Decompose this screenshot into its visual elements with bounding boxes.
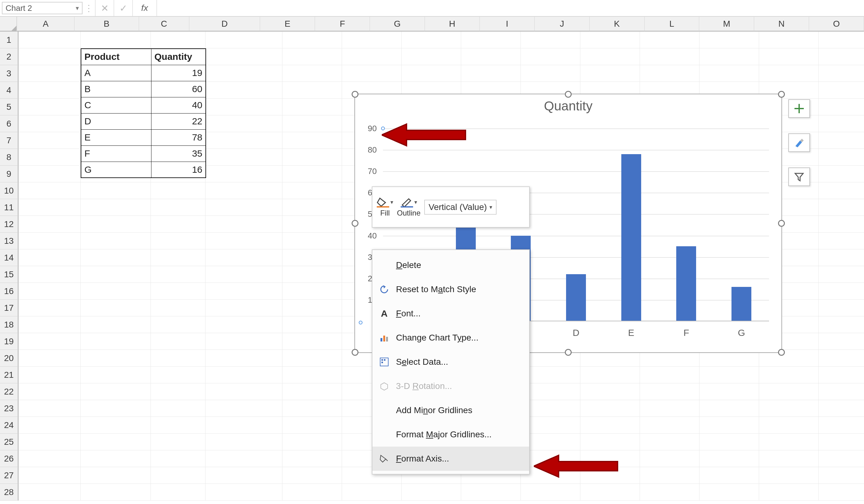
cell[interactable] — [151, 333, 205, 350]
cell[interactable] — [759, 383, 819, 400]
cell[interactable] — [283, 115, 342, 132]
cell[interactable] — [640, 367, 699, 383]
chart-title[interactable]: Quantity — [355, 99, 781, 113]
cell[interactable] — [819, 467, 864, 484]
row-header[interactable]: 12 — [0, 216, 19, 233]
cell[interactable] — [19, 132, 81, 149]
cell[interactable] — [283, 48, 342, 65]
cell[interactable] — [283, 299, 342, 316]
column-header[interactable]: F — [315, 17, 370, 32]
cell[interactable] — [151, 400, 205, 417]
cell[interactable] — [205, 283, 283, 299]
row-header[interactable]: 23 — [0, 400, 19, 417]
chart-element-selector[interactable]: Vertical (Value) ▾ — [424, 200, 496, 214]
cell[interactable] — [819, 216, 864, 233]
cell[interactable] — [19, 216, 81, 233]
cell[interactable] — [283, 383, 342, 400]
context-menu-item[interactable]: Add Minor Gridlines — [372, 398, 529, 422]
cell[interactable] — [819, 434, 864, 450]
cell[interactable] — [283, 266, 342, 283]
cell[interactable] — [819, 383, 864, 400]
cell[interactable] — [19, 82, 81, 99]
cell[interactable] — [205, 484, 283, 501]
cell[interactable] — [81, 199, 151, 216]
cell[interactable] — [283, 467, 342, 484]
row-header[interactable]: 2 — [0, 48, 19, 65]
cell[interactable] — [19, 316, 81, 333]
bar[interactable] — [731, 287, 751, 321]
chart-styles-button[interactable] — [788, 133, 810, 152]
cell[interactable] — [521, 32, 580, 48]
cell[interactable] — [640, 400, 699, 417]
context-menu-item[interactable]: Delete — [372, 253, 529, 277]
cell[interactable] — [205, 165, 283, 182]
row-header[interactable]: 25 — [0, 434, 19, 450]
cell[interactable] — [521, 65, 580, 82]
cell[interactable] — [699, 417, 759, 434]
cell[interactable] — [283, 149, 342, 165]
cell[interactable] — [151, 233, 205, 249]
cell[interactable] — [819, 115, 864, 132]
cell[interactable] — [19, 99, 81, 115]
cell[interactable] — [19, 149, 81, 165]
cell[interactable] — [819, 333, 864, 350]
cell[interactable] — [401, 65, 461, 82]
cell[interactable] — [580, 484, 640, 501]
cell[interactable] — [19, 249, 81, 266]
column-header[interactable]: I — [480, 17, 535, 32]
cell[interactable] — [401, 48, 461, 65]
column-header[interactable]: M — [699, 17, 754, 32]
cell[interactable] — [819, 283, 864, 299]
cell[interactable] — [461, 484, 521, 501]
cell[interactable] — [640, 417, 699, 434]
context-menu-item[interactable]: Select Data... — [372, 350, 529, 374]
cell[interactable] — [283, 249, 342, 266]
cell[interactable] — [81, 484, 151, 501]
cell[interactable] — [81, 333, 151, 350]
cell[interactable] — [699, 450, 759, 467]
cell[interactable] — [81, 32, 151, 48]
cell[interactable] — [81, 216, 151, 233]
cell[interactable] — [205, 299, 283, 316]
fill-button[interactable]: ▾ Fill — [377, 197, 393, 218]
cell[interactable] — [205, 316, 283, 333]
cell[interactable] — [283, 400, 342, 417]
cell[interactable] — [283, 333, 342, 350]
context-menu-item[interactable]: Reset to Match Style — [372, 277, 529, 302]
cell[interactable] — [580, 367, 640, 383]
cell[interactable] — [699, 32, 759, 48]
cell[interactable] — [205, 450, 283, 467]
cell[interactable] — [819, 400, 864, 417]
column-header[interactable]: K — [590, 17, 645, 32]
cell[interactable] — [205, 333, 283, 350]
cell[interactable] — [19, 165, 81, 182]
cell[interactable] — [19, 434, 81, 450]
cell[interactable] — [81, 400, 151, 417]
row-header[interactable]: 15 — [0, 266, 19, 283]
row-header[interactable]: 22 — [0, 383, 19, 400]
cell[interactable] — [580, 434, 640, 450]
cell[interactable] — [205, 400, 283, 417]
cell[interactable] — [819, 82, 864, 99]
cell[interactable] — [19, 383, 81, 400]
cell[interactable] — [205, 233, 283, 249]
cell[interactable] — [640, 65, 699, 82]
cell[interactable] — [283, 82, 342, 99]
cell[interactable] — [283, 99, 342, 115]
cell[interactable] — [151, 32, 205, 48]
cell[interactable] — [819, 417, 864, 434]
cell[interactable] — [151, 434, 205, 450]
cell[interactable] — [19, 333, 81, 350]
cell[interactable] — [819, 266, 864, 283]
cell[interactable] — [640, 383, 699, 400]
cell[interactable] — [283, 350, 342, 367]
cell[interactable] — [81, 182, 151, 199]
row-header[interactable]: 9 — [0, 165, 19, 182]
row-header[interactable]: 16 — [0, 283, 19, 299]
cell[interactable] — [205, 99, 283, 115]
cell[interactable] — [699, 434, 759, 450]
cell[interactable] — [205, 350, 283, 367]
cell[interactable] — [819, 65, 864, 82]
cell[interactable] — [205, 383, 283, 400]
cell[interactable] — [19, 467, 81, 484]
